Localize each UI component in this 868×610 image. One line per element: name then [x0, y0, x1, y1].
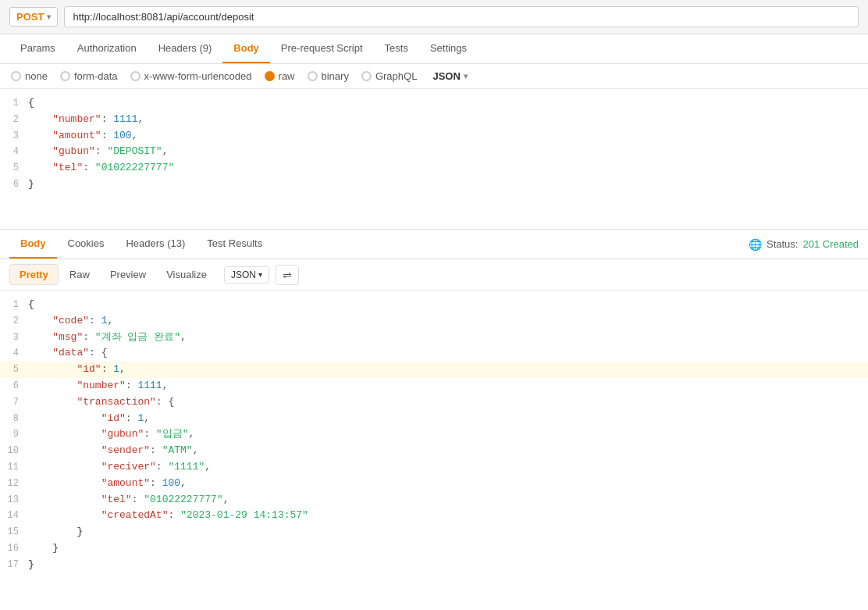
line-number: 3 [0, 129, 28, 144]
resp-line-2: 2 "code": 1, [0, 313, 868, 330]
line-number: 11 [0, 460, 28, 475]
radio-dot-raw [265, 71, 275, 81]
req-tab-pre-request-script[interactable]: Pre-request Script [270, 34, 374, 63]
resp-tab-headers[interactable]: Headers (13) [115, 230, 196, 259]
line-number: 4 [0, 144, 28, 159]
line-number: 15 [0, 525, 28, 540]
resp-line-11: 11 "reciver": "1111", [0, 459, 868, 476]
line-number: 6 [0, 379, 28, 394]
resp-line-12: 12 "amount": 100, [0, 476, 868, 492]
json-format-label: JSON [432, 70, 460, 82]
resp-format-visualize[interactable]: Visualize [157, 265, 216, 284]
request-tabs: ParamsAuthorizationHeaders (9)BodyPre-re… [0, 34, 868, 64]
json-format-chevron: ▾ [464, 72, 468, 80]
line-number: 1 [0, 298, 28, 312]
req-line-6: 6} [0, 177, 868, 193]
globe-icon: 🌐 [749, 238, 762, 251]
line-number: 2 [0, 112, 28, 127]
req-line-2: 2 "number": 1111, [0, 112, 868, 128]
req-line-1: 1{ [0, 95, 868, 112]
line-number: 5 [0, 362, 28, 377]
resp-line-17: 17} [0, 557, 868, 573]
resp-format-preview[interactable]: Preview [101, 265, 155, 284]
resp-line-3: 3 "msg": "계좌 입금 완료", [0, 330, 868, 346]
resp-line-16: 16 } [0, 540, 868, 557]
method-select[interactable]: POST ▾ [9, 7, 58, 27]
top-bar: POST ▾ [0, 0, 868, 34]
url-input[interactable] [64, 6, 859, 27]
resp-line-13: 13 "tel": "01022227777", [0, 492, 868, 508]
resp-line-5: 5 "id": 1, [0, 362, 868, 378]
method-label: POST [16, 11, 44, 23]
resp-format-raw[interactable]: Raw [60, 265, 99, 284]
radio-dot-form-data [60, 71, 70, 81]
req-tab-headers[interactable]: Headers (9) [148, 34, 223, 63]
line-number: 7 [0, 395, 28, 410]
body-type-row: noneform-datax-www-form-urlencodedrawbin… [0, 64, 868, 89]
method-chevron: ▾ [47, 12, 51, 21]
radio-dot-GraphQL [361, 71, 372, 81]
resp-line-4: 4 "data": { [0, 345, 868, 362]
response-format-row: PrettyRawPreviewVisualizeJSON▾⇌ [0, 259, 868, 291]
body-type-none[interactable]: none [11, 70, 48, 82]
resp-line-7: 7 "transaction": { [0, 394, 868, 411]
resp-line-6: 6 "number": 1111, [0, 378, 868, 394]
resp-json-chevron: ▾ [258, 270, 262, 279]
line-number: 9 [0, 427, 28, 442]
resp-line-15: 15 } [0, 524, 868, 540]
line-number: 1 [0, 96, 28, 111]
req-tab-authorization[interactable]: Authorization [66, 34, 148, 63]
wrap-icon-button[interactable]: ⇌ [276, 265, 299, 285]
body-type-binary[interactable]: binary [308, 70, 349, 82]
resp-json-select[interactable]: JSON▾ [224, 266, 269, 284]
request-code-editor[interactable]: 1{2 "number": 1111,3 "amount": 100,4 "gu… [0, 89, 868, 230]
req-line-3: 3 "amount": 100, [0, 128, 868, 144]
status-area: 🌐 Status: 201 Created [749, 238, 859, 251]
response-tabs: BodyCookiesHeaders (13)Test Results [9, 230, 749, 259]
req-line-4: 4 "gubun": "DEPOSIT", [0, 144, 868, 160]
resp-line-14: 14 "createdAt": "2023-01-29 14:13:57" [0, 508, 868, 524]
req-tab-params[interactable]: Params [9, 34, 66, 63]
line-number: 17 [0, 558, 28, 573]
resp-line-9: 9 "gubun": "입금", [0, 426, 868, 443]
radio-dot-binary [308, 71, 318, 81]
resp-line-8: 8 "id": 1, [0, 411, 868, 427]
line-number: 16 [0, 541, 28, 556]
line-number: 12 [0, 476, 28, 491]
body-type-raw[interactable]: raw [265, 70, 295, 82]
status-label: Status: [767, 238, 798, 250]
json-format-select[interactable]: JSON▾ [432, 70, 467, 82]
line-number: 5 [0, 161, 28, 176]
resp-tab-test-results[interactable]: Test Results [196, 230, 273, 259]
line-number: 10 [0, 444, 28, 458]
radio-dot-none [11, 71, 21, 81]
req-tab-tests[interactable]: Tests [374, 34, 419, 63]
status-value: 201 Created [802, 238, 859, 250]
body-type-GraphQL[interactable]: GraphQL [361, 70, 417, 82]
resp-format-pretty[interactable]: Pretty [9, 264, 59, 285]
line-number: 6 [0, 177, 28, 192]
line-number: 3 [0, 330, 28, 345]
radio-dot-x-www-form-urlencoded [130, 71, 141, 81]
line-number: 8 [0, 412, 28, 426]
resp-line-10: 10 "sender": "ATM", [0, 443, 868, 459]
response-header: BodyCookiesHeaders (13)Test Results 🌐 St… [0, 230, 868, 259]
resp-tab-cookies[interactable]: Cookies [57, 230, 116, 259]
req-tab-body[interactable]: Body [222, 34, 270, 63]
line-number: 2 [0, 314, 28, 329]
line-number: 14 [0, 508, 28, 523]
resp-tab-body[interactable]: Body [9, 230, 57, 259]
resp-line-1: 1{ [0, 297, 868, 313]
body-type-form-data[interactable]: form-data [60, 70, 118, 82]
line-number: 13 [0, 493, 28, 508]
resp-json-label: JSON [231, 269, 256, 280]
line-number: 4 [0, 346, 28, 361]
body-type-x-www-form-urlencoded[interactable]: x-www-form-urlencoded [130, 70, 252, 82]
req-line-5: 5 "tel": "01022227777" [0, 160, 868, 177]
req-tab-settings[interactable]: Settings [419, 34, 478, 63]
response-code-area[interactable]: 1{2 "code": 1,3 "msg": "계좌 입금 완료",4 "dat… [0, 291, 868, 580]
